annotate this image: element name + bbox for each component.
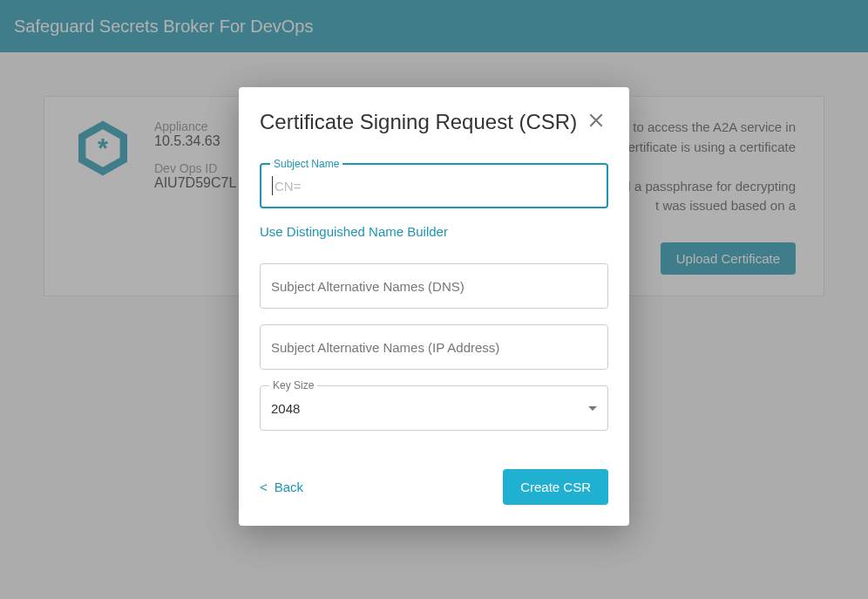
san-dns-placeholder: Subject Alternative Names (DNS) bbox=[271, 279, 465, 294]
dialog-header: Certificate Signing Request (CSR) bbox=[260, 108, 608, 135]
dialog-footer: < Back Create CSR bbox=[260, 469, 608, 505]
key-size-label: Key Size bbox=[269, 379, 317, 391]
chevron-down-icon bbox=[588, 406, 597, 411]
subject-name-placeholder: CN= bbox=[275, 179, 301, 194]
subject-name-field[interactable]: Subject Name CN= bbox=[260, 163, 608, 208]
close-button[interactable] bbox=[584, 108, 608, 135]
back-button[interactable]: < Back bbox=[260, 480, 303, 494]
san-ip-field[interactable]: Subject Alternative Names (IP Address) bbox=[260, 324, 608, 370]
dialog-title: Certificate Signing Request (CSR) bbox=[260, 110, 577, 134]
key-size-value: 2048 bbox=[271, 401, 300, 416]
key-size-select[interactable]: Key Size 2048 bbox=[260, 385, 608, 431]
modal-overlay[interactable]: Certificate Signing Request (CSR) Subjec… bbox=[0, 0, 868, 599]
san-dns-field[interactable]: Subject Alternative Names (DNS) bbox=[260, 263, 608, 309]
subject-name-label: Subject Name bbox=[270, 158, 342, 170]
chevron-left-icon: < bbox=[260, 480, 268, 494]
create-csr-button[interactable]: Create CSR bbox=[503, 469, 608, 505]
san-ip-placeholder: Subject Alternative Names (IP Address) bbox=[271, 340, 499, 355]
csr-dialog: Certificate Signing Request (CSR) Subjec… bbox=[239, 87, 629, 526]
dn-builder-link[interactable]: Use Distinguished Name Builder bbox=[260, 224, 448, 239]
text-cursor bbox=[272, 176, 273, 195]
close-icon bbox=[587, 112, 605, 129]
